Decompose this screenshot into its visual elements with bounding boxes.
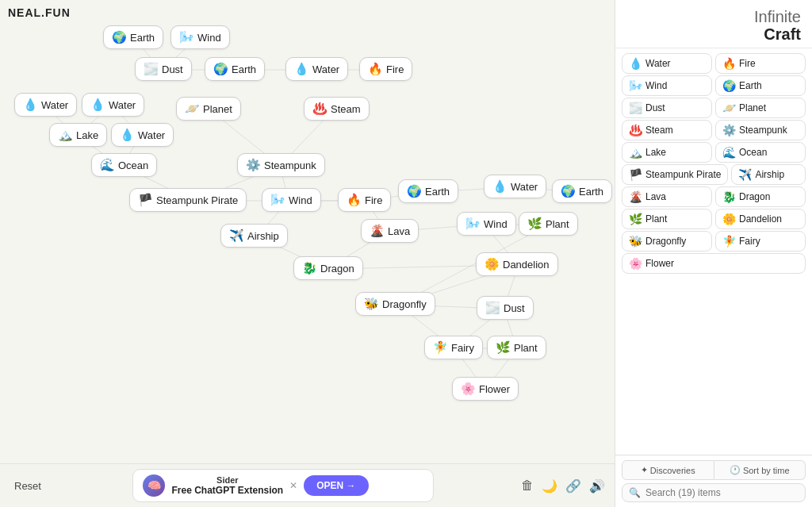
sidebar-row: 🌬️Wind🌍Earth bbox=[622, 75, 806, 96]
sidebar-label-steam: Steam bbox=[645, 125, 673, 136]
sound-icon[interactable]: 🔊 bbox=[589, 478, 605, 494]
node-label-n30: Plant bbox=[514, 342, 538, 354]
sidebar-item-wind[interactable]: 🌬️Wind bbox=[622, 75, 712, 96]
sidebar-item-dandelion[interactable]: 🌼Dandelion bbox=[715, 209, 806, 229]
discoveries-tab[interactable]: ✦ Discoveries bbox=[622, 460, 714, 480]
sidebar-item-lake[interactable]: 🏔️Lake bbox=[622, 142, 712, 163]
canvas-node-n13[interactable]: 🌊Ocean bbox=[91, 153, 157, 177]
ad-logo-icon: 🧠 bbox=[143, 474, 165, 497]
sidebar-row: 🌸Flower bbox=[622, 253, 806, 274]
node-label-n12: Water bbox=[138, 129, 165, 141]
sidebar-label-dandelion: Dandelion bbox=[739, 213, 782, 225]
node-emoji-n18: 🌍 bbox=[407, 184, 422, 198]
sidebar-item-fairy[interactable]: 🧚Fairy bbox=[715, 231, 806, 252]
trash-icon[interactable]: 🗑 bbox=[521, 478, 534, 493]
canvas-node-n2[interactable]: 🌬️Wind bbox=[170, 25, 230, 49]
canvas-node-n3[interactable]: 🌫️Dust bbox=[135, 57, 192, 81]
canvas-node-n28[interactable]: 🌫️Dust bbox=[477, 296, 534, 320]
sidebar-emoji-dragonfly: 🐝 bbox=[629, 235, 642, 248]
sidebar-item-steampunk[interactable]: ⚙️Steampunk bbox=[715, 120, 806, 140]
sort-tab[interactable]: 🕐 Sort by time bbox=[714, 460, 806, 480]
search-bar: 🔍 bbox=[622, 483, 806, 502]
canvas-node-n22[interactable]: 🌋Lava bbox=[361, 219, 419, 243]
node-label-n23: Wind bbox=[484, 218, 508, 230]
node-emoji-n5: 💧 bbox=[294, 62, 309, 76]
canvas-node-n14[interactable]: ⚙️Steampunk bbox=[237, 153, 325, 177]
canvas-node-n6[interactable]: 🔥Fire bbox=[359, 57, 412, 81]
sidebar-label-ocean: Ocean bbox=[739, 147, 767, 158]
canvas-node-n17[interactable]: 🔥Fire bbox=[338, 188, 391, 212]
canvas-node-n7[interactable]: 💧Water bbox=[14, 93, 77, 117]
canvas-node-n27[interactable]: 🐝Dragonfly bbox=[355, 292, 435, 316]
canvas-node-n21[interactable]: ✈️Airship bbox=[220, 224, 288, 248]
ad-open-button[interactable]: OPEN → bbox=[304, 475, 368, 496]
node-label-n18: Earth bbox=[425, 186, 450, 198]
sidebar-emoji-dandelion: 🌼 bbox=[722, 213, 736, 225]
canvas-node-n20[interactable]: 🌍Earth bbox=[552, 179, 612, 203]
sidebar-title: Infinite Craft bbox=[615, 0, 812, 48]
sidebar-emoji-steam: ♨️ bbox=[629, 124, 642, 136]
sidebar-label-steampunk_pirate: Steampunk Pirate bbox=[645, 169, 721, 180]
sidebar-item-planet[interactable]: 🪐Planet bbox=[715, 98, 806, 118]
sidebar-item-plant[interactable]: 🌿Plant bbox=[622, 209, 712, 229]
sidebar-label-airship: Airship bbox=[755, 169, 784, 180]
sidebar-row: 🌫️Dust🪐Planet bbox=[622, 98, 806, 118]
node-emoji-n31: 🌸 bbox=[461, 382, 476, 396]
sidebar-emoji-lake: 🏔️ bbox=[629, 146, 642, 159]
canvas-node-n26[interactable]: 🌼Dandelion bbox=[476, 252, 558, 276]
sidebar-item-flower[interactable]: 🌸Flower bbox=[622, 253, 806, 274]
canvas-node-n1[interactable]: 🌍Earth bbox=[103, 25, 163, 49]
canvas-node-n4[interactable]: 🌍Earth bbox=[205, 57, 265, 81]
node-emoji-n23: 🌬️ bbox=[465, 217, 481, 231]
node-emoji-n4: 🌍 bbox=[213, 62, 228, 76]
reset-button[interactable]: Reset bbox=[10, 477, 46, 495]
sidebar-item-earth[interactable]: 🌍Earth bbox=[715, 75, 806, 96]
sidebar-item-lava[interactable]: 🌋Lava bbox=[622, 186, 712, 207]
canvas-node-n8[interactable]: 💧Water bbox=[82, 93, 144, 117]
sidebar-item-dragon[interactable]: 🐉Dragon bbox=[715, 186, 806, 207]
sidebar-label-planet: Planet bbox=[739, 102, 766, 113]
sidebar: Infinite Craft 💧Water🔥Fire🌬️Wind🌍Earth🌫️… bbox=[615, 0, 812, 507]
canvas-node-n5[interactable]: 💧Water bbox=[285, 57, 348, 81]
canvas-node-n25[interactable]: 🐉Dragon bbox=[293, 256, 363, 280]
canvas-node-n31[interactable]: 🌸Flower bbox=[452, 377, 519, 401]
moon-icon[interactable]: 🌙 bbox=[542, 478, 557, 494]
node-emoji-n30: 🌿 bbox=[496, 340, 511, 355]
sidebar-label-steampunk: Steampunk bbox=[739, 125, 787, 136]
canvas-node-n24[interactable]: 🌿Plant bbox=[519, 212, 578, 236]
node-label-n11: Lake bbox=[76, 129, 98, 141]
sidebar-item-steampunk_pirate[interactable]: 🏴Steampunk Pirate bbox=[622, 164, 728, 185]
canvas-node-n30[interactable]: 🌿Plant bbox=[487, 336, 546, 359]
canvas-node-n11[interactable]: 🏔️Lake bbox=[49, 123, 107, 147]
footer-tabs: ✦ Discoveries 🕐 Sort by time bbox=[622, 460, 806, 480]
canvas-node-n15[interactable]: 🏴Steampunk Pirate bbox=[129, 188, 247, 212]
sidebar-item-steam[interactable]: ♨️Steam bbox=[622, 120, 712, 140]
sidebar-emoji-earth: 🌍 bbox=[722, 79, 736, 92]
title-line2: Craft bbox=[626, 25, 801, 43]
sidebar-item-fire[interactable]: 🔥Fire bbox=[715, 53, 806, 74]
sidebar-item-airship[interactable]: ✈️Airship bbox=[731, 164, 806, 185]
canvas-node-n29[interactable]: 🧚Fairy bbox=[424, 336, 483, 359]
search-icon: 🔍 bbox=[629, 487, 641, 498]
canvas-node-n9[interactable]: 🪐Planet bbox=[176, 97, 241, 121]
sidebar-emoji-ocean: 🌊 bbox=[722, 146, 736, 159]
canvas-node-n23[interactable]: 🌬️Wind bbox=[457, 212, 516, 236]
canvas-node-n18[interactable]: 🌍Earth bbox=[398, 179, 458, 203]
sidebar-item-water[interactable]: 💧Water bbox=[622, 53, 712, 74]
canvas-node-n10[interactable]: ♨️Steam bbox=[304, 97, 370, 121]
canvas-node-n19[interactable]: 💧Water bbox=[484, 175, 546, 198]
sidebar-row: 🏴Steampunk Pirate✈️Airship bbox=[622, 164, 806, 185]
node-emoji-n8: 💧 bbox=[90, 98, 105, 112]
sidebar-row: 🐝Dragonfly🧚Fairy bbox=[622, 231, 806, 252]
search-input[interactable] bbox=[645, 487, 799, 498]
canvas-node-n12[interactable]: 💧Water bbox=[111, 123, 174, 147]
sidebar-item-dragonfly[interactable]: 🐝Dragonfly bbox=[622, 231, 712, 252]
ad-close-button[interactable]: ✕ bbox=[289, 480, 297, 491]
sidebar-item-ocean[interactable]: 🌊Ocean bbox=[715, 142, 806, 163]
sidebar-emoji-planet: 🪐 bbox=[722, 102, 736, 114]
ad-brand: Sider bbox=[171, 475, 283, 485]
node-label-n2: Wind bbox=[197, 32, 221, 44]
sidebar-item-dust[interactable]: 🌫️Dust bbox=[622, 98, 712, 118]
link-icon[interactable]: 🔗 bbox=[565, 478, 581, 494]
canvas-node-n16[interactable]: 🌬️Wind bbox=[262, 188, 321, 212]
